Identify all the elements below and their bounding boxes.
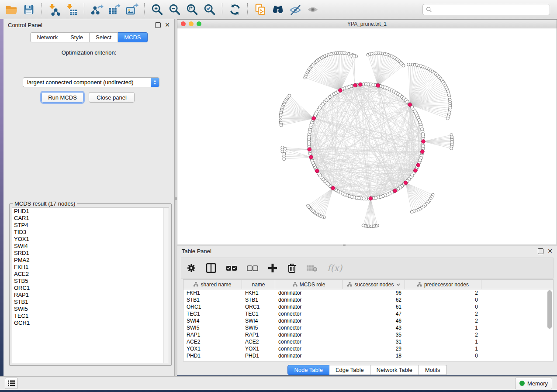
copy-style-button[interactable] bbox=[253, 2, 268, 17]
mcds-list-scrollbar[interactable] bbox=[163, 208, 169, 363]
cell-shared-name: TEC1 bbox=[183, 311, 242, 317]
mcds-result-item[interactable]: ORC1 bbox=[12, 285, 169, 292]
mcds-result-item[interactable]: YOX1 bbox=[12, 236, 169, 243]
mcds-result-item[interactable]: ACE2 bbox=[12, 271, 169, 278]
node-table: shared namenameMCDS rolesuccessor nodesp… bbox=[183, 279, 554, 361]
mcds-result-item[interactable]: RAP1 bbox=[12, 292, 169, 299]
table-row[interactable]: TEC1TEC1connector472 bbox=[183, 310, 553, 317]
table-row[interactable]: FKH1FKH1dominator962 bbox=[183, 289, 553, 296]
refresh-view-button[interactable] bbox=[227, 2, 243, 17]
cell-MCDS-role: dominator bbox=[275, 304, 343, 310]
cell-name: SWI5 bbox=[242, 325, 275, 331]
table-row[interactable]: YOX1YOX1connector291 bbox=[183, 345, 553, 352]
mcds-result-item[interactable]: TEC1 bbox=[12, 313, 169, 320]
table-scrollbar[interactable] bbox=[547, 290, 552, 359]
list-icon bbox=[7, 380, 15, 387]
search-field[interactable] bbox=[422, 4, 550, 15]
float-panel-icon[interactable] bbox=[538, 248, 543, 254]
settings-gear-button[interactable] bbox=[187, 263, 196, 273]
mcds-result-item[interactable]: FKH1 bbox=[12, 264, 169, 271]
table-toolbar: f(x) bbox=[181, 258, 554, 279]
cell-name: YOX1 bbox=[242, 346, 275, 352]
open-file-button[interactable] bbox=[3, 2, 19, 17]
tab-style[interactable]: Style bbox=[64, 32, 90, 42]
table-row[interactable]: PHD1PHD1dominator180 bbox=[183, 352, 553, 359]
cell-name: STB1 bbox=[242, 297, 275, 303]
table-row[interactable]: ORC1ORC1dominator610 bbox=[183, 303, 553, 310]
column-header-shared-name[interactable]: shared name bbox=[183, 280, 242, 289]
scrollbar-thumb[interactable] bbox=[547, 290, 552, 329]
search-input[interactable] bbox=[434, 6, 547, 13]
cell-shared-name: SWI5 bbox=[183, 325, 242, 331]
cell-name: SWI4 bbox=[242, 318, 275, 324]
export-image-button[interactable] bbox=[124, 2, 140, 17]
column-header-name[interactable]: name bbox=[242, 280, 275, 289]
select-all-columns-button[interactable] bbox=[226, 265, 237, 272]
zoom-fit-button[interactable] bbox=[184, 2, 200, 17]
cell-shared-name: FKH1 bbox=[183, 290, 242, 296]
zoom-out-button[interactable] bbox=[167, 2, 183, 17]
cell-shared-name: STB1 bbox=[183, 297, 242, 303]
import-table-button[interactable] bbox=[64, 2, 80, 17]
tab-edge-table[interactable]: Edge Table bbox=[329, 365, 370, 375]
cell-name: RAP1 bbox=[242, 332, 275, 338]
add-row-button[interactable] bbox=[268, 263, 277, 273]
tab-network[interactable]: Network bbox=[30, 32, 64, 42]
import-network-button[interactable] bbox=[46, 2, 62, 17]
table-row[interactable]: RAP1RAP1dominator352 bbox=[183, 331, 553, 338]
tab-network-table[interactable]: Network Table bbox=[370, 365, 419, 375]
mcds-result-item[interactable]: SRD1 bbox=[12, 250, 169, 257]
memory-button[interactable]: Memory bbox=[515, 378, 552, 389]
column-header-MCDS-role[interactable]: MCDS role bbox=[275, 280, 343, 289]
mcds-result-item[interactable]: PMA2 bbox=[12, 257, 169, 264]
deselect-all-columns-button[interactable] bbox=[247, 265, 258, 272]
tab-node-table[interactable]: Node Table bbox=[287, 365, 329, 375]
unchecked-boxes-icon bbox=[247, 265, 258, 272]
cell-MCDS-role: dominator bbox=[275, 290, 343, 296]
optimization-criterion-select[interactable]: largest connected component (undirected)… bbox=[23, 77, 159, 87]
mcds-result-item[interactable]: PHD1 bbox=[12, 208, 169, 215]
zoom-selected-button[interactable] bbox=[202, 2, 218, 17]
mcds-result-item[interactable]: SWI5 bbox=[12, 306, 169, 313]
network-graph[interactable] bbox=[177, 28, 557, 244]
table-row[interactable]: STB1STB1dominator620 bbox=[183, 296, 553, 303]
mcds-result-item[interactable]: GCR1 bbox=[12, 320, 169, 327]
show-columns-button[interactable] bbox=[206, 263, 216, 273]
zoom-in-button[interactable] bbox=[149, 2, 165, 17]
column-header-predecessor-nodes[interactable]: predecessor nodes bbox=[405, 280, 481, 289]
column-type-icon bbox=[347, 282, 352, 287]
close-panel-button[interactable]: Close panel bbox=[89, 92, 135, 103]
network-window-titlebar[interactable]: YPA_prune.txt_1 bbox=[177, 20, 557, 28]
float-panel-icon[interactable] bbox=[155, 22, 161, 28]
tab-mcds[interactable]: MCDS bbox=[118, 32, 147, 42]
table-row[interactable]: SWI5SWI5connector431 bbox=[183, 324, 553, 331]
mcds-result-item[interactable]: STB5 bbox=[12, 278, 169, 285]
run-mcds-button[interactable]: Run MCDS bbox=[42, 92, 83, 103]
hide-selected-button[interactable] bbox=[287, 2, 303, 17]
task-history-button[interactable] bbox=[5, 378, 18, 389]
mcds-result-list[interactable]: PHD1CAR1STP4TID3YOX1SWI4SRD1PMA2FKH1ACE2… bbox=[12, 207, 169, 363]
first-neighbors-button[interactable] bbox=[270, 2, 286, 17]
export-table-icon bbox=[108, 3, 121, 16]
export-table-button[interactable] bbox=[107, 2, 122, 17]
control-panel-title: Control Panel bbox=[8, 22, 42, 28]
mcds-result-item[interactable]: TID3 bbox=[12, 229, 169, 236]
mcds-result-item[interactable]: CAR1 bbox=[12, 215, 169, 222]
mcds-result-item[interactable]: STP4 bbox=[12, 222, 169, 229]
cell-MCDS-role: connector bbox=[275, 311, 343, 317]
mcds-result-item[interactable]: STB1 bbox=[12, 299, 169, 306]
tab-motifs[interactable]: Motifs bbox=[419, 365, 447, 375]
export-network-button[interactable] bbox=[89, 2, 105, 17]
tab-select[interactable]: Select bbox=[90, 32, 118, 42]
mcds-result-item[interactable]: SWI4 bbox=[12, 243, 169, 250]
delete-row-button[interactable] bbox=[287, 263, 297, 273]
cell-MCDS-role: connector bbox=[275, 346, 343, 352]
show-all-button[interactable] bbox=[305, 2, 321, 17]
close-panel-icon[interactable]: ✕ bbox=[165, 23, 170, 28]
close-panel-icon[interactable]: ✕ bbox=[547, 249, 553, 254]
save-session-button[interactable] bbox=[21, 2, 37, 17]
table-row[interactable]: SWI4SWI4dominator462 bbox=[183, 317, 553, 324]
cell-name: TEC1 bbox=[242, 311, 275, 317]
column-header-successor-nodes[interactable]: successor nodes bbox=[343, 280, 405, 289]
table-row[interactable]: ACE2ACE2connector311 bbox=[183, 338, 553, 345]
